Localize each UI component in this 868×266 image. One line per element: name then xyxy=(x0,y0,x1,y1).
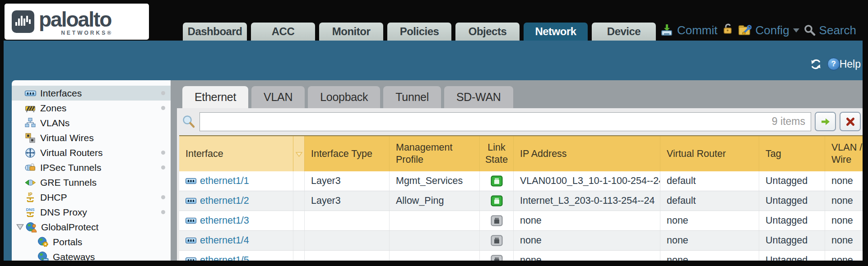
virtual-wires-icon xyxy=(24,132,36,144)
table-row[interactable]: ethernet1/2Layer3Allow_PingInternet_L3_2… xyxy=(179,191,863,211)
ethernet-port-icon xyxy=(186,238,196,243)
brand-subtitle: NETWORKS® xyxy=(61,30,113,36)
item-status-dot xyxy=(161,91,165,95)
sidebar-item-label: Portals xyxy=(53,237,82,248)
globalprotect-icon xyxy=(25,221,37,233)
table-row[interactable]: ethernet1/3nonenoneUntaggednone xyxy=(179,211,863,231)
sidebar-item-dhcp[interactable]: IPDHCP xyxy=(12,190,171,205)
ethernet-port-icon xyxy=(186,178,196,184)
sidebar-item-dns-proxy[interactable]: DNSDNS Proxy xyxy=(12,205,171,220)
search-button[interactable]: Search xyxy=(804,23,856,37)
tab-loopback[interactable]: Loopback xyxy=(308,86,380,108)
column-header-profile[interactable]: Management Profile xyxy=(390,136,480,171)
cell-sort xyxy=(293,251,305,261)
column-header-vlan[interactable]: VLAN / V Wire xyxy=(825,136,863,171)
column-header-label: IP Address xyxy=(520,148,567,160)
network-sidebar: InterfacesZonesVLANsVirtual WiresVirtual… xyxy=(12,80,171,261)
tab-sd-wan[interactable]: SD-WAN xyxy=(444,86,513,108)
cell-vlan: none xyxy=(825,171,863,191)
gateways-icon xyxy=(37,251,49,261)
sidebar-item-ipsec-tunnels[interactable]: IPSec Tunnels xyxy=(12,160,171,175)
interface-link[interactable]: ethernet1/3 xyxy=(200,215,249,226)
table-row[interactable]: ethernet1/4nonenoneUntaggednone xyxy=(179,231,863,251)
column-header-type[interactable]: Interface Type xyxy=(305,136,390,171)
config-button[interactable]: Config xyxy=(738,23,799,37)
cell-link xyxy=(480,171,514,191)
cell-vlan: none xyxy=(825,251,863,261)
sidebar-item-virtual-routers[interactable]: Virtual Routers xyxy=(12,145,171,160)
commit-button[interactable]: Commit xyxy=(660,23,718,37)
cell-vrouter: none xyxy=(660,251,759,261)
tab-ethernet[interactable]: Ethernet xyxy=(182,86,248,108)
cell-link xyxy=(480,251,514,261)
sidebar-item-label: IPSec Tunnels xyxy=(40,162,101,173)
nav-tab-dashboard[interactable]: Dashboard xyxy=(183,23,247,41)
cell-tag: Untagged xyxy=(759,251,825,261)
secondary-toolbar: ? Help xyxy=(810,58,861,70)
main-content: EthernetVLANLoopbackTunnelSD-WAN 9 items xyxy=(171,80,863,261)
column-header-link[interactable]: Link State xyxy=(480,136,514,171)
sidebar-item-gre-tunnels[interactable]: GRE Tunnels xyxy=(12,175,171,190)
nav-tab-device[interactable]: Device xyxy=(592,23,656,41)
lock-icon[interactable] xyxy=(722,23,733,38)
cell-vrouter: none xyxy=(660,211,759,230)
nav-tab-objects[interactable]: Objects xyxy=(455,23,520,41)
nav-tab-policies[interactable]: Policies xyxy=(387,23,451,41)
cell-name: ethernet1/4 xyxy=(179,231,293,250)
sidebar-item-portals[interactable]: Portals xyxy=(12,234,171,249)
sidebar-item-label: DHCP xyxy=(40,192,67,203)
clear-filter-button[interactable] xyxy=(840,112,861,131)
interface-link[interactable]: ethernet1/4 xyxy=(200,235,249,246)
cell-ip: Internet_L3_203-0-113-254--24 xyxy=(514,191,660,211)
column-header-name[interactable]: Interface xyxy=(179,136,293,171)
sidebar-item-virtual-wires[interactable]: Virtual Wires xyxy=(12,130,171,145)
expander-icon[interactable] xyxy=(14,224,25,230)
nav-tab-acc[interactable]: ACC xyxy=(251,23,315,41)
cell-type: Layer3 xyxy=(305,191,390,211)
tab-tunnel[interactable]: Tunnel xyxy=(383,86,441,108)
sidebar-item-label: Gateways xyxy=(53,252,95,261)
filter-input[interactable] xyxy=(200,115,772,128)
interface-link[interactable]: ethernet1/2 xyxy=(200,195,249,206)
nav-tab-network[interactable]: Network xyxy=(524,23,588,41)
column-header-ip[interactable]: IP Address xyxy=(514,136,660,171)
cell-type xyxy=(305,231,390,250)
gre-tunnels-icon xyxy=(24,177,36,188)
tab-vlan[interactable]: VLAN xyxy=(251,86,305,108)
filter-input-wrap: 9 items xyxy=(200,112,811,131)
sidebar-item-interfaces[interactable]: Interfaces xyxy=(12,86,171,101)
table-row[interactable]: ethernet1/5nonenoneUntaggednone xyxy=(179,251,863,261)
sidebar-item-vlans[interactable]: VLANs xyxy=(12,115,171,130)
table-row[interactable]: ethernet1/1Layer3Mgmt_ServicesVLAN0100_L… xyxy=(179,171,863,191)
red-x-icon xyxy=(845,117,855,127)
sidebar-item-label: Interfaces xyxy=(40,88,82,99)
table-header-row: InterfaceInterface TypeManagement Profil… xyxy=(179,135,863,171)
interface-link[interactable]: ethernet1/1 xyxy=(200,175,249,187)
svg-text:IP: IP xyxy=(28,192,32,197)
item-status-dot xyxy=(161,210,165,214)
cell-tag: Untagged xyxy=(759,231,825,250)
apply-filter-button[interactable] xyxy=(815,112,836,131)
help-button[interactable]: ? Help xyxy=(827,58,861,70)
sidebar-item-zones[interactable]: Zones xyxy=(12,101,171,115)
paloalto-logo: paloalto NETWORKS® xyxy=(5,4,149,40)
cell-profile: Mgmt_Services xyxy=(390,171,480,191)
column-header-vrouter[interactable]: Virtual Router xyxy=(660,136,759,171)
cell-sort xyxy=(293,231,305,250)
sidebar-item-gateways[interactable]: Gateways xyxy=(12,249,171,261)
sidebar-item-globalprotect[interactable]: GlobalProtect xyxy=(12,220,171,234)
cell-tag: Untagged xyxy=(759,211,825,230)
nav-tab-monitor[interactable]: Monitor xyxy=(319,23,383,41)
virtual-routers-icon xyxy=(24,147,36,159)
interface-link[interactable]: ethernet1/5 xyxy=(200,255,249,261)
sidebar-item-label: VLANs xyxy=(40,118,70,128)
config-icon xyxy=(738,24,752,36)
paloalto-logo-icon xyxy=(12,10,34,33)
refresh-icon[interactable] xyxy=(810,58,822,70)
cell-ip: VLAN0100_L3_10-1-100-254--24 xyxy=(514,171,660,191)
column-header-tag[interactable]: Tag xyxy=(759,136,825,171)
filter-row: 9 items xyxy=(177,108,863,131)
column-header-sort-menu[interactable] xyxy=(293,136,305,171)
link-state-down-icon xyxy=(491,215,503,226)
cell-link xyxy=(480,191,514,211)
